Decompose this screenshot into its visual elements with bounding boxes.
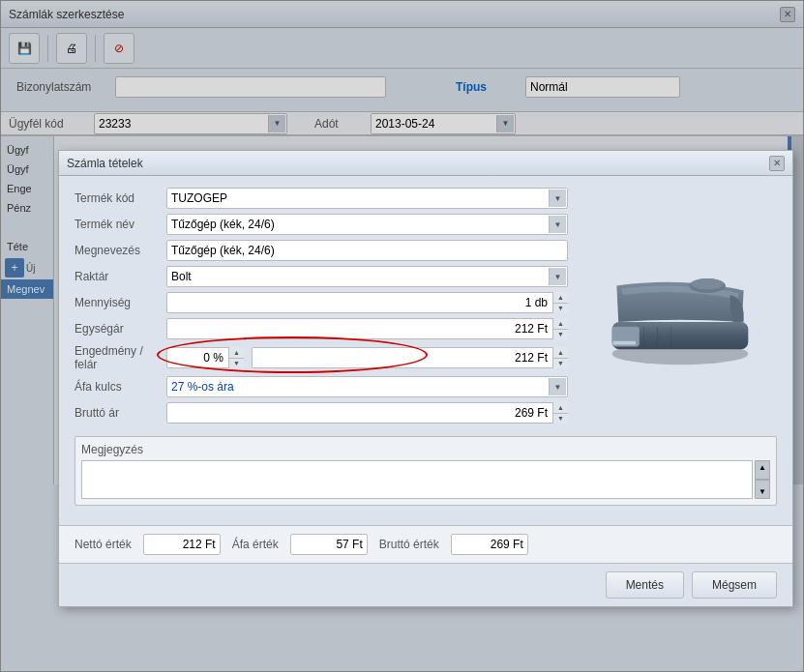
engedmeny-row: Engedmény / felár ▲ ▼ ▲ ▼: [74, 344, 568, 371]
brutto-value-input[interactable]: [451, 534, 528, 555]
afa-kulcs-input[interactable]: [166, 376, 568, 397]
afa-kulcs-label: Áfa kulcs: [74, 380, 166, 394]
engedmeny-value-wrap: ▲ ▼: [252, 347, 568, 368]
notes-label: Megjegyzés: [81, 443, 770, 456]
brutto-ar-wrap: ▲ ▼: [166, 402, 568, 424]
mennyiseg-label: Mennyiség: [74, 296, 166, 309]
termek-kod-arrow[interactable]: ▼: [549, 190, 566, 207]
raktar-input[interactable]: [166, 266, 568, 287]
termek-nev-label: Termék név: [74, 218, 166, 231]
afa-kulcs-row: Áfa kulcs ▼: [74, 376, 568, 397]
termek-nev-arrow[interactable]: ▼: [549, 216, 566, 233]
stapler-image: [588, 236, 772, 381]
svg-point-8: [691, 278, 724, 289]
netto-value-input[interactable]: [143, 534, 221, 555]
mennyiseg-row: Mennyiség ▲ ▼: [74, 292, 568, 313]
termek-nev-wrap: ▼: [166, 214, 568, 235]
termek-kod-row: Termék kód ▼: [74, 188, 568, 209]
raktar-arrow[interactable]: ▼: [549, 268, 566, 285]
notes-textarea[interactable]: [81, 460, 753, 499]
brutto-ar-spinner: ▲ ▼: [552, 402, 568, 424]
megnevezes-label: Megnevezés: [74, 244, 166, 257]
modal-left-fields: Termék kód ▼ Termék név ▼ Megn: [74, 188, 568, 428]
brutto-ar-down[interactable]: ▼: [553, 414, 568, 424]
mennyiseg-up[interactable]: ▲: [553, 292, 568, 304]
modal-title: Számla tételek: [67, 157, 143, 170]
egysegar-wrap: ▲ ▼: [166, 318, 568, 339]
afa-value-input[interactable]: [290, 534, 368, 555]
megnevezes-input[interactable]: [166, 240, 568, 261]
mennyiseg-input[interactable]: [166, 292, 568, 313]
egysegar-up[interactable]: ▲: [553, 318, 568, 330]
engedmeny-value-down[interactable]: ▼: [553, 359, 568, 369]
termek-kod-wrap: ▼: [166, 188, 568, 209]
mentes-button[interactable]: Mentés: [606, 571, 684, 599]
termek-nev-row: Termék név ▼: [74, 214, 568, 235]
megnevezes-wrap: [166, 240, 568, 261]
egysegar-input[interactable]: [166, 318, 568, 339]
mennyiseg-wrap: ▲ ▼: [166, 292, 568, 313]
engedmeny-percent-down[interactable]: ▼: [229, 359, 244, 369]
afa-kulcs-arrow[interactable]: ▼: [549, 378, 566, 395]
engedmeny-value-up[interactable]: ▲: [553, 347, 568, 359]
engedmeny-percent-wrap: ▲ ▼: [166, 347, 244, 368]
modal-buttons: Mentés Mégsem: [59, 563, 792, 606]
egysegar-down[interactable]: ▼: [553, 330, 568, 340]
product-image-area: [583, 188, 777, 428]
modal-title-bar: Számla tételek ✕: [59, 151, 792, 176]
modal-close-button[interactable]: ✕: [769, 156, 785, 171]
afa-label: Áfa érték: [232, 538, 279, 551]
raktar-label: Raktár: [74, 270, 166, 283]
egysegar-label: Egységár: [74, 322, 166, 336]
afa-kulcs-wrap: ▼: [166, 376, 568, 397]
netto-label: Nettó érték: [74, 538, 132, 551]
notes-scrollbar-up[interactable]: ▲: [755, 460, 770, 480]
brutto-ar-label: Bruttó ár: [74, 406, 166, 420]
notes-section: Megjegyzés ▲ ▼: [74, 436, 777, 506]
termek-nev-input[interactable]: [166, 214, 568, 235]
brutto-label: Bruttó érték: [379, 538, 439, 551]
engedmeny-percent-spinner: ▲ ▼: [228, 347, 244, 368]
mennyiseg-spinner: ▲ ▼: [552, 292, 568, 313]
megsem-button[interactable]: Mégsem: [692, 571, 777, 599]
egysegar-spinner: ▲ ▼: [552, 318, 568, 339]
modal-dialog: Számla tételek ✕ Termék kód ▼ Termék név: [58, 150, 793, 607]
brutto-ar-input[interactable]: [166, 402, 568, 424]
modal-footer-totals: Nettó érték Áfa érték Bruttó érték: [59, 525, 792, 563]
engedmeny-label: Engedmény / felár: [74, 344, 166, 371]
engedmeny-percent-up[interactable]: ▲: [229, 347, 244, 359]
engedmeny-value-spinner: ▲ ▼: [552, 347, 568, 368]
notes-scrollbar-down[interactable]: ▼: [755, 480, 770, 499]
megnevezes-row: Megnevezés: [74, 240, 568, 261]
engedmeny-value-input[interactable]: [252, 347, 568, 368]
svg-rect-6: [613, 340, 636, 344]
brutto-ar-row: Bruttó ár ▲ ▼: [74, 402, 568, 424]
modal-body: Termék kód ▼ Termék név ▼ Megn: [74, 188, 777, 428]
raktar-wrap: ▼: [166, 266, 568, 287]
termek-kod-label: Termék kód: [74, 191, 166, 205]
egysegar-row: Egységár ▲ ▼: [74, 318, 568, 339]
raktar-row: Raktár ▼: [74, 266, 568, 287]
modal-content: Termék kód ▼ Termék név ▼ Megn: [59, 176, 792, 517]
brutto-ar-up[interactable]: ▲: [553, 402, 568, 414]
mennyiseg-down[interactable]: ▼: [553, 304, 568, 314]
termek-kod-input[interactable]: [166, 188, 568, 209]
